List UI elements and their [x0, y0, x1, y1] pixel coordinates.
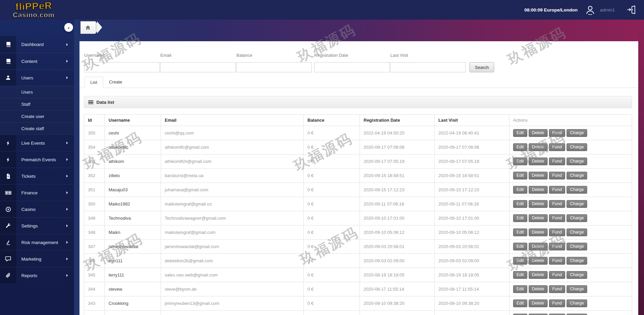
delete-button[interactable]: Delete: [529, 257, 548, 265]
email-input[interactable]: [160, 62, 236, 72]
delete-button[interactable]: Delete: [529, 299, 548, 307]
casino-logo[interactable]: fliPPeR Casino.com: [13, 1, 54, 18]
row-username: athikom: [105, 154, 161, 169]
fund-button[interactable]: Fund: [549, 200, 566, 208]
sidebar-item-risk-management[interactable]: Risk management: [0, 234, 74, 250]
edit-button[interactable]: Edit: [513, 143, 527, 151]
charge-button[interactable]: Charge: [567, 214, 587, 222]
sidebar-item-live-events[interactable]: Live Events: [0, 135, 74, 151]
edit-button[interactable]: Edit: [513, 257, 527, 265]
delete-button[interactable]: Delete: [529, 243, 548, 250]
row-registration-date: 2020-09-10 05:06:12: [360, 225, 435, 240]
registration-date-input[interactable]: [314, 62, 390, 72]
charge-button[interactable]: Charge: [567, 314, 587, 315]
sidebar-item-settings[interactable]: Settings: [0, 217, 74, 234]
fund-button[interactable]: Fund: [549, 172, 566, 179]
last-visit-input[interactable]: [390, 62, 466, 72]
sidebar-subitem-staff[interactable]: Staff: [0, 98, 74, 110]
sidebar-subitem-users[interactable]: Users: [0, 86, 74, 98]
charge-button[interactable]: Charge: [567, 299, 587, 307]
fund-button[interactable]: Fund: [549, 314, 566, 315]
logout-door-icon[interactable]: [626, 5, 637, 15]
edit-button[interactable]: Edit: [513, 243, 527, 250]
sidebar-item-prematch-events[interactable]: Prematch Events: [0, 151, 74, 168]
fund-button[interactable]: Fund: [549, 186, 566, 194]
delete-button[interactable]: Delete: [529, 314, 548, 315]
sidebar-collapse-button[interactable]: ‹: [64, 23, 73, 32]
row-username: Crookking: [105, 296, 161, 311]
fund-button[interactable]: Fund: [549, 129, 566, 137]
edit-button[interactable]: Edit: [513, 228, 527, 236]
table-header-row: IdUsernameEmailBalanceRegistration DateL…: [84, 115, 632, 126]
chevron-right-icon: [66, 76, 68, 79]
delete-button[interactable]: Delete: [529, 214, 548, 222]
tab-create[interactable]: Create: [103, 77, 128, 88]
delete-button[interactable]: Delete: [529, 143, 548, 151]
sidebar-nav: DashboardContentUsersUsersStaffCreate us…: [0, 36, 74, 284]
chevron-right-icon: [66, 158, 68, 161]
edit-button[interactable]: Edit: [513, 299, 527, 307]
row-id: 352: [84, 169, 105, 183]
row-last-visit: 2022-04-19 06:40:41: [435, 126, 509, 140]
fund-button[interactable]: Fund: [549, 143, 566, 151]
fund-button[interactable]: Fund: [549, 271, 566, 279]
sidebar-item-reports[interactable]: Reports: [0, 267, 74, 284]
sidebar-subitem-create-staff[interactable]: Create staff: [0, 122, 74, 135]
edit-button[interactable]: Edit: [513, 200, 527, 208]
sidebar-subitem-create-user[interactable]: Create user: [0, 110, 74, 122]
charge-button[interactable]: Charge: [567, 186, 587, 194]
sidebar-item-users[interactable]: Users: [0, 69, 74, 86]
fund-button[interactable]: Fund: [549, 158, 566, 165]
sidebar-item-marketing[interactable]: Marketing: [0, 250, 74, 267]
delete-button[interactable]: Delete: [529, 271, 548, 279]
fund-button[interactable]: Fund: [549, 243, 566, 250]
fund-button[interactable]: Fund: [549, 257, 566, 265]
fund-button[interactable]: Fund: [549, 228, 566, 236]
edit-button[interactable]: Edit: [513, 271, 527, 279]
delete-button[interactable]: Delete: [529, 172, 548, 179]
chevron-right-icon: [66, 43, 68, 46]
sidebar-item-tickets[interactable]: Tickets: [0, 168, 74, 184]
charge-button[interactable]: Charge: [567, 271, 587, 279]
fund-button[interactable]: Fund: [549, 299, 566, 307]
delete-button[interactable]: Delete: [529, 285, 548, 293]
chevron-right-icon: [66, 224, 68, 227]
breadcrumb-home-button[interactable]: [80, 21, 95, 34]
delete-button[interactable]: Delete: [529, 129, 548, 137]
edit-button[interactable]: Edit: [513, 214, 527, 222]
fund-button[interactable]: Fund: [549, 285, 566, 293]
delete-button[interactable]: Delete: [529, 228, 548, 236]
edit-button[interactable]: Edit: [513, 314, 527, 315]
sidebar-item-dashboard[interactable]: Dashboard: [0, 36, 74, 53]
edit-button[interactable]: Edit: [513, 285, 527, 293]
charge-button[interactable]: Charge: [567, 285, 587, 293]
balance-input[interactable]: [236, 62, 312, 72]
charge-button[interactable]: Charge: [567, 129, 587, 137]
charge-button[interactable]: Charge: [567, 228, 587, 236]
fund-button[interactable]: Fund: [549, 214, 566, 222]
edit-button[interactable]: Edit: [513, 172, 527, 179]
row-id: 351: [84, 183, 105, 197]
table-row: 352ziltelobarsburst@meta.ua0 €2020-09-15…: [84, 169, 632, 183]
delete-button[interactable]: Delete: [529, 158, 548, 165]
sidebar-item-casino[interactable]: Casino: [0, 201, 74, 217]
sidebar-item-content[interactable]: Content: [0, 53, 74, 69]
charge-button[interactable]: Charge: [567, 200, 587, 208]
row-actions: EditDeleteFundCharge: [509, 154, 632, 169]
tab-list[interactable]: List: [84, 77, 103, 88]
charge-button[interactable]: Charge: [567, 243, 587, 250]
edit-button[interactable]: Edit: [513, 186, 527, 194]
username-input[interactable]: [84, 62, 160, 72]
charge-button[interactable]: Charge: [567, 158, 587, 165]
row-id: 344: [84, 282, 105, 296]
edit-button[interactable]: Edit: [513, 129, 527, 137]
delete-button[interactable]: Delete: [529, 200, 548, 208]
sidebar-item-finance[interactable]: Finance: [0, 184, 74, 201]
delete-button[interactable]: Delete: [529, 186, 548, 194]
charge-button[interactable]: Charge: [567, 257, 587, 265]
edit-button[interactable]: Edit: [513, 158, 527, 165]
charge-button[interactable]: Charge: [567, 143, 587, 151]
search-button[interactable]: Search: [469, 62, 494, 72]
avatar-icon[interactable]: [584, 4, 596, 16]
charge-button[interactable]: Charge: [567, 172, 587, 179]
